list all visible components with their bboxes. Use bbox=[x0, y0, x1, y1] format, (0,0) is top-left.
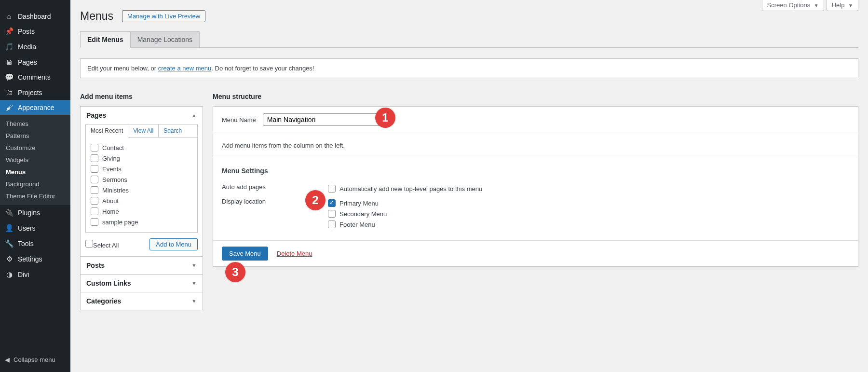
menu-name-row: Menu Name 1 bbox=[213, 107, 858, 133]
location-footer-checkbox[interactable] bbox=[328, 220, 336, 228]
media-icon: 🎵 bbox=[5, 42, 14, 51]
tab-most-recent[interactable]: Most Recent bbox=[86, 124, 128, 138]
screen-options-label: Screen Options bbox=[767, 1, 811, 9]
submenu-patterns[interactable]: Patterns bbox=[0, 130, 70, 142]
add-to-menu-button[interactable]: Add to Menu bbox=[149, 238, 198, 250]
page-check-item[interactable]: Contact bbox=[91, 142, 192, 153]
sidebar-item-projects[interactable]: 🗂Projects bbox=[0, 85, 70, 100]
chevron-down-icon: ▼ bbox=[848, 3, 853, 8]
submenu-themes[interactable]: Themes bbox=[0, 118, 70, 130]
select-all-checkbox[interactable] bbox=[85, 240, 93, 248]
divi-icon: ◑ bbox=[5, 270, 14, 279]
caret-down-icon: ▼ bbox=[191, 298, 197, 304]
location-secondary-checkbox[interactable] bbox=[328, 210, 336, 218]
page-check-item[interactable]: Sermons bbox=[91, 174, 192, 185]
page-check-item[interactable]: Giving bbox=[91, 153, 192, 164]
location-primary-checkbox[interactable] bbox=[328, 199, 336, 207]
location-secondary[interactable]: Secondary Menu bbox=[328, 208, 387, 219]
page-check-item[interactable]: About bbox=[91, 195, 192, 206]
submenu-widgets[interactable]: Widgets bbox=[0, 154, 70, 166]
sidebar-item-comments[interactable]: 💬Comments bbox=[0, 69, 70, 85]
tab-search[interactable]: Search bbox=[159, 124, 187, 138]
admin-sidebar: ⌂Dashboard 📌Posts 🎵Media 🗎Pages 💬Comment… bbox=[0, 0, 70, 330]
add-menu-items-heading: Add menu items bbox=[80, 93, 203, 100]
gauge-icon: ⌂ bbox=[5, 12, 14, 20]
location-footer[interactable]: Footer Menu bbox=[328, 219, 387, 230]
sidebar-item-users[interactable]: 👤Users bbox=[0, 220, 70, 236]
portfolio-icon: 🗂 bbox=[5, 88, 14, 96]
categories-metabox-header[interactable]: Categories ▼ bbox=[81, 292, 203, 310]
page-check-item[interactable]: Ministries bbox=[91, 185, 192, 195]
page-check-item[interactable]: sample page bbox=[91, 217, 192, 227]
page-checkbox[interactable] bbox=[91, 176, 98, 183]
location-primary[interactable]: Primary Menu bbox=[328, 198, 387, 208]
page-checkbox[interactable] bbox=[91, 218, 98, 226]
tab-edit-menus[interactable]: Edit Menus bbox=[80, 31, 131, 48]
display-location-label: Display location bbox=[222, 198, 318, 205]
delete-menu-link[interactable]: Delete Menu bbox=[277, 250, 312, 257]
page-title: Menus bbox=[80, 10, 113, 23]
manage-live-preview-button[interactable]: Manage with Live Preview bbox=[122, 10, 205, 22]
submenu-customize[interactable]: Customize bbox=[0, 142, 70, 154]
sidebar-item-media[interactable]: 🎵Media bbox=[0, 39, 70, 55]
posts-metabox-header[interactable]: Posts ▼ bbox=[81, 257, 203, 274]
screen-options-tab[interactable]: Screen Options ▼ bbox=[762, 0, 824, 11]
submenu-background[interactable]: Background bbox=[0, 178, 70, 190]
wrench-icon: 🔧 bbox=[5, 239, 14, 248]
page-checkbox[interactable] bbox=[91, 186, 98, 194]
custom-links-metabox-header[interactable]: Custom Links ▼ bbox=[81, 275, 203, 292]
submenu-theme-file-editor[interactable]: Theme File Editor bbox=[0, 190, 70, 202]
sidebar-item-dashboard[interactable]: ⌂Dashboard bbox=[0, 9, 70, 24]
sidebar-item-posts[interactable]: 📌Posts bbox=[0, 24, 70, 39]
caret-up-icon: ▲ bbox=[191, 112, 197, 118]
menu-frame: Menu Name 1 Add menu items from the colu… bbox=[213, 106, 858, 267]
plugin-icon: 🔌 bbox=[5, 208, 14, 217]
auto-add-checkbox[interactable] bbox=[328, 185, 336, 193]
categories-metabox: Categories ▼ bbox=[80, 292, 203, 310]
sidebar-item-appearance[interactable]: 🖌Appearance bbox=[0, 100, 70, 115]
page-checkbox[interactable] bbox=[91, 144, 98, 152]
annotation-badge-2: 2 bbox=[305, 190, 326, 210]
pages-metabox-header[interactable]: Pages ▲ bbox=[81, 107, 203, 124]
pages-list: Contact Giving Events Sermons Ministries… bbox=[85, 137, 198, 233]
notice-suffix: . Do not forget to save your changes! bbox=[211, 65, 314, 72]
page-checkbox[interactable] bbox=[91, 207, 98, 215]
appearance-submenu: Themes Patterns Customize Widgets Menus … bbox=[0, 115, 70, 205]
menu-structure-heading: Menu structure bbox=[213, 93, 858, 100]
menu-settings-heading: Menu Settings bbox=[222, 167, 849, 175]
page-checkbox[interactable] bbox=[91, 165, 98, 173]
help-tab[interactable]: Help ▼ bbox=[827, 0, 858, 11]
caret-down-icon: ▼ bbox=[191, 280, 197, 286]
sidebar-item-tools[interactable]: 🔧Tools bbox=[0, 236, 70, 251]
custom-links-metabox: Custom Links ▼ bbox=[80, 275, 203, 292]
submenu-menus[interactable]: Menus bbox=[0, 166, 70, 178]
help-label: Help bbox=[832, 1, 845, 9]
auto-add-option[interactable]: Automatically add new top-level pages to… bbox=[328, 183, 482, 194]
sidebar-item-plugins[interactable]: 🔌Plugins bbox=[0, 205, 70, 220]
posts-metabox: Posts ▼ bbox=[80, 257, 203, 275]
sidebar-item-pages[interactable]: 🗎Pages bbox=[0, 55, 70, 69]
pages-filter-tabs: Most Recent View All Search bbox=[85, 124, 198, 138]
annotation-badge-1: 1 bbox=[375, 108, 395, 128]
settings-icon: ⚙ bbox=[5, 255, 14, 263]
caret-down-icon: ▼ bbox=[191, 262, 197, 268]
annotation-badge-3: 3 bbox=[225, 262, 245, 282]
page-check-item[interactable]: Home bbox=[91, 206, 192, 217]
save-menu-button[interactable]: Save Menu bbox=[222, 247, 268, 261]
sidebar-item-divi[interactable]: ◑Divi bbox=[0, 267, 70, 282]
page-checkbox[interactable] bbox=[91, 197, 98, 205]
tab-manage-locations[interactable]: Manage Locations bbox=[131, 31, 200, 47]
chevron-down-icon: ▼ bbox=[814, 3, 819, 8]
notice-prefix: Edit your menu below, or bbox=[87, 65, 158, 72]
pages-metabox: Pages ▲ Most Recent View All Search Cont… bbox=[80, 106, 203, 257]
create-new-menu-link[interactable]: create a new menu bbox=[158, 65, 212, 72]
tab-view-all[interactable]: View All bbox=[128, 124, 159, 138]
user-icon: 👤 bbox=[5, 224, 14, 233]
page-check-item[interactable]: Events bbox=[91, 164, 192, 174]
select-all[interactable]: Select All bbox=[85, 240, 119, 249]
auto-add-label: Auto add pages bbox=[222, 183, 318, 191]
sidebar-item-settings[interactable]: ⚙Settings bbox=[0, 251, 70, 267]
page-checkbox[interactable] bbox=[91, 154, 98, 162]
menu-name-input[interactable] bbox=[263, 113, 381, 126]
comment-icon: 💬 bbox=[5, 73, 14, 82]
